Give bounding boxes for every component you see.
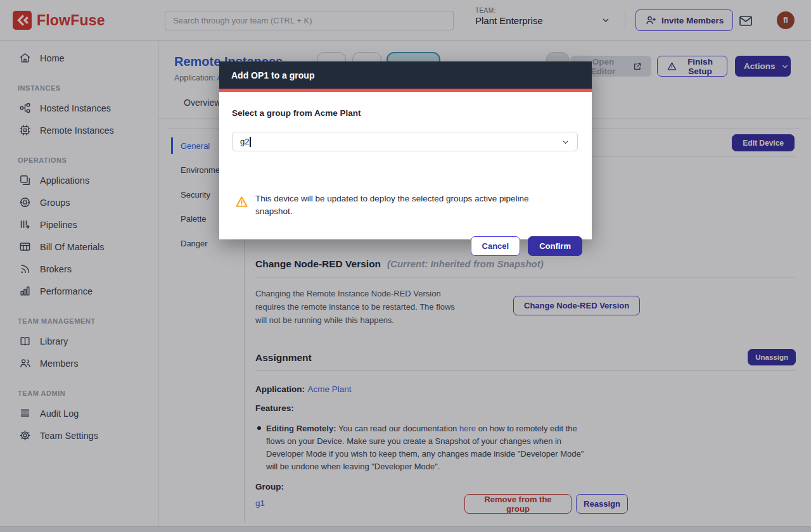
confirm-button[interactable]: Confirm — [528, 236, 582, 256]
modal-title: Add OP1 to a group — [231, 70, 314, 80]
modal-actions: Cancel Confirm — [471, 236, 582, 256]
modal-prompt: Select a group from Acme Plant — [232, 108, 361, 118]
modal-body: Select a group from Acme Plant g2 This d… — [219, 92, 592, 239]
group-select-value: g2 — [240, 137, 249, 146]
confirm-label: Confirm — [539, 241, 571, 251]
warning-text: This device will be updated to deploy th… — [255, 193, 552, 217]
text-caret — [250, 137, 251, 147]
chevron-down-icon[interactable] — [561, 137, 570, 147]
add-to-group-modal: Add OP1 to a group Select a group from A… — [219, 61, 592, 239]
warning-row — [234, 193, 249, 209]
warning-triangle-icon — [234, 194, 249, 209]
group-select-input[interactable]: g2 — [232, 132, 578, 151]
cancel-label: Cancel — [482, 241, 509, 251]
cancel-button[interactable]: Cancel — [471, 236, 521, 256]
modal-header: Add OP1 to a group — [219, 61, 592, 89]
